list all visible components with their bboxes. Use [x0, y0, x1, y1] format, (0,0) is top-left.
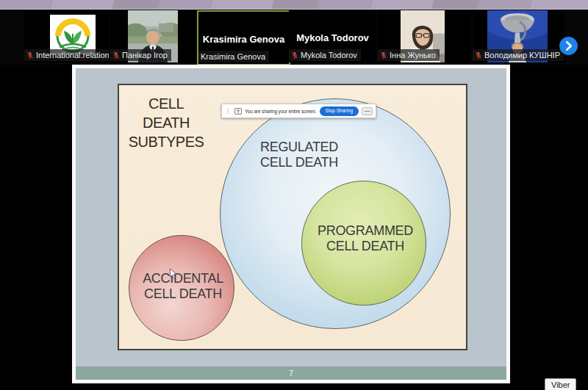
muted-mic-icon [380, 51, 387, 59]
share-message: You are sharing your entire screen. [245, 109, 316, 114]
venn-label-line: CELL DEATH [260, 155, 338, 170]
muted-mic-icon [112, 51, 120, 59]
slide-title: CELL DEATH SUBTYPES [123, 94, 209, 151]
venn-label-regulated: REGULATED CELL DEATH [237, 140, 362, 170]
participant-label: Mykola Todorov [289, 49, 361, 61]
slide-title-line1: CELL DEATH [143, 95, 190, 131]
venn-label-line: CELL DEATH [144, 286, 222, 301]
agrarian-university-emblem [50, 15, 96, 54]
muted-mic-icon [291, 51, 298, 59]
venn-label-accidental: ACCIDENTAL CELL DEATH [121, 271, 245, 302]
participant-tile-panikar[interactable]: Панікар Ігор [110, 10, 196, 62]
participant-name: International.relations... [36, 50, 109, 60]
participant-label: Панікар Ігор [110, 49, 171, 61]
venn-label-line: PROGRAMMED [318, 223, 413, 238]
mouse-cursor [169, 268, 177, 280]
participant-tile-mykola[interactable]: Mykola Todorov Mykola Todorov [289, 10, 376, 62]
muted-mic-icon [475, 51, 482, 59]
stop-sharing-button[interactable]: Stop Sharing [320, 106, 359, 116]
next-participants-button[interactable] [559, 37, 578, 55]
muted-mic-icon [26, 51, 34, 59]
participant-tile-volodymyr[interactable]: Володимир КУШНІР [473, 10, 564, 62]
shared-screen-window: CELL DEATH SUBTYPES REGULATED CELL DEATH… [72, 65, 510, 383]
participant-name: Володимир КУШНІР [484, 50, 560, 60]
venn-label-line: REGULATED [260, 140, 338, 154]
participant-label: International.relations... [24, 49, 109, 61]
participant-name: Інна Жунько [390, 50, 436, 60]
participant-label: Інна Жунько [378, 49, 440, 61]
participant-name: Панікар Ігор [122, 50, 168, 60]
participant-strip: International.relations... [0, 10, 588, 65]
participant-label: Володимир КУШНІР [473, 49, 564, 61]
share-banner[interactable]: ⋮ You are sharing your entire screen. St… [221, 104, 376, 118]
university-logo [50, 15, 96, 54]
viber-tooltip: Viber [545, 378, 576, 390]
screen-share-icon [234, 108, 242, 115]
slide-page-number: 7 [289, 369, 293, 378]
slide-title-line2: SUBTYPES [129, 134, 204, 150]
slide: CELL DEATH SUBTYPES REGULATED CELL DEATH… [118, 84, 467, 350]
participant-name: Krasimira Genova [201, 51, 265, 62]
slide-page-bar: 7 [76, 366, 506, 380]
chevron-right-icon [559, 37, 578, 55]
venn-label-line: CELL DEATH [326, 239, 404, 253]
participant-tile-krasimira-active-speaker[interactable]: Krasimira Genova Krasimira Genova [197, 10, 290, 65]
venn-label-programmed: PROGRAMMED CELL DEATH [303, 223, 428, 254]
window-title-bar [0, 0, 588, 10]
participant-tile-inna[interactable]: Інна Жунько [378, 10, 471, 62]
participant-name: Mykola Todorov [301, 50, 357, 60]
viber-screen-share-view: International.relations... [0, 0, 588, 390]
venn-label-line: ACCIDENTAL [143, 271, 223, 286]
participant-label: Krasimira Genova [198, 51, 269, 62]
minimize-banner-button[interactable]: — [362, 107, 373, 115]
banner-drag-handle-icon[interactable]: ⋮ [225, 108, 232, 115]
participant-tile-international-relations[interactable]: International.relations... [24, 10, 109, 62]
